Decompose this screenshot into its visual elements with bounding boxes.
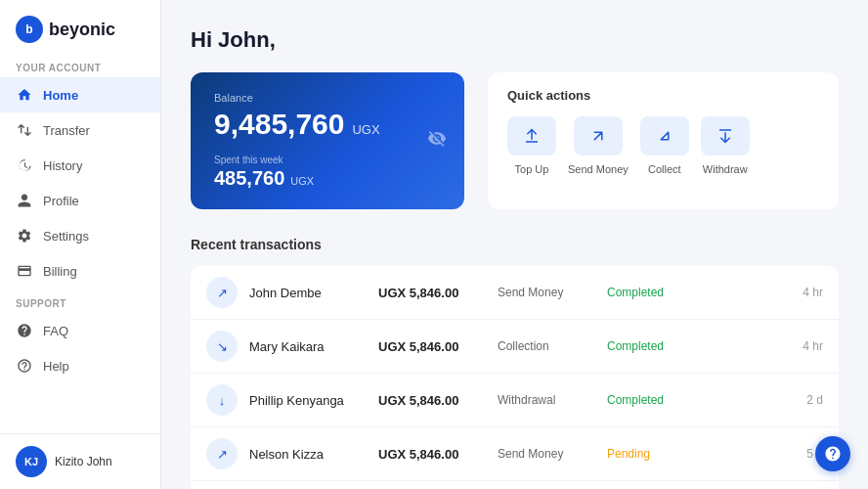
profile-icon (16, 192, 33, 209)
balance-card: Balance 9,485,760 UGX Spent this week 48… (191, 72, 464, 209)
tx-amount: UGX 5,846.00 (378, 447, 486, 462)
withdraw-label: Withdraw (703, 163, 748, 175)
floating-support-button[interactable] (815, 436, 850, 471)
sidebar-label-home: Home (43, 88, 78, 103)
tx-icon-send2: ↗ (206, 438, 238, 469)
tx-type: Collection (498, 339, 595, 353)
sidebar-item-profile[interactable]: Profile (0, 183, 160, 218)
balance-value: 9,485,760 (214, 108, 344, 141)
table-row: ↗ Alice Mukassa UGX 5,846.00 Send Money … (191, 481, 839, 489)
quick-actions-card: Quick actions Top Up Send Money (488, 72, 839, 209)
logo-area: b beyonic (0, 0, 160, 53)
eye-icon[interactable] (427, 129, 447, 154)
recent-transactions-title: Recent transactions (191, 237, 839, 252)
avatar-name: Kizito John (55, 455, 112, 468)
tx-amount: UGX 5,846.00 (378, 393, 486, 408)
tx-name: Mary Kaikara (249, 339, 367, 354)
tx-name: John Dembe (249, 286, 367, 300)
send-money-icon-btn[interactable] (574, 116, 623, 156)
sidebar-item-transfer[interactable]: Transfer (0, 112, 160, 148)
tx-amount: UGX 5,846.00 (378, 286, 486, 300)
sidebar-item-settings[interactable]: Settings (0, 218, 160, 253)
table-row: ↗ Nelson Kizza UGX 5,846.00 Send Money P… (191, 427, 839, 481)
transfer-icon (16, 121, 33, 139)
send-money-label: Send Money (568, 163, 629, 175)
sidebar-label-billing: Billing (43, 264, 77, 279)
top-up-label: Top Up (515, 163, 549, 175)
tx-time: 2 d (806, 393, 823, 407)
tx-name: Phillip Kenyanga (249, 393, 367, 408)
balance-currency: UGX (352, 122, 379, 137)
sidebar: b beyonic YOUR ACCOUNT Home Transfer His… (0, 0, 161, 489)
send-money-button[interactable]: Send Money (568, 116, 629, 175)
faq-icon (16, 322, 33, 339)
top-up-icon-btn[interactable] (507, 116, 556, 156)
sidebar-item-home[interactable]: Home (0, 77, 160, 112)
sidebar-item-billing[interactable]: Billing (0, 253, 160, 289)
spent-value: 485,760 (214, 167, 284, 190)
support-label: SUPPORT (0, 289, 160, 313)
settings-icon (16, 227, 33, 244)
top-section: Balance 9,485,760 UGX Spent this week 48… (191, 72, 839, 209)
table-row: ↓ Phillip Kenyanga UGX 5,846.00 Withdraw… (191, 374, 839, 427)
spent-label: Spent this week (214, 155, 441, 165)
top-up-button[interactable]: Top Up (507, 116, 556, 175)
avatar: KJ (16, 446, 47, 477)
sidebar-item-faq[interactable]: FAQ (0, 313, 160, 348)
tx-type: Withdrawal (498, 393, 595, 407)
tx-icon-withdraw: ↓ (206, 384, 238, 416)
sidebar-label-history: History (43, 158, 82, 173)
sidebar-label-transfer: Transfer (43, 123, 90, 138)
tx-name: Nelson Kizza (249, 447, 367, 462)
recent-transactions-section: Recent transactions ↗ John Dembe UGX 5,8… (191, 237, 839, 489)
table-row: ↗ John Dembe UGX 5,846.00 Send Money Com… (191, 266, 839, 320)
tx-icon-collect: ↘ (206, 331, 238, 362)
sidebar-label-profile: Profile (43, 194, 79, 208)
tx-amount: UGX 5,846.00 (378, 339, 486, 354)
your-account-label: YOUR ACCOUNT (0, 53, 160, 77)
collect-label: Collect (648, 163, 681, 175)
withdraw-icon-btn[interactable] (701, 116, 750, 156)
tx-status: Pending (607, 447, 695, 461)
sidebar-item-history[interactable]: History (0, 148, 160, 183)
quick-actions-title: Quick actions (507, 88, 819, 103)
transactions-table: ↗ John Dembe UGX 5,846.00 Send Money Com… (191, 266, 839, 489)
help-icon (16, 357, 33, 375)
balance-label: Balance (214, 92, 441, 104)
spent-amount-row: 485,760 UGX (214, 167, 441, 190)
greeting-text: Hi John, (191, 27, 839, 53)
tx-status: Completed (607, 339, 695, 353)
billing-icon (16, 262, 33, 280)
balance-amount-row: 9,485,760 UGX (214, 108, 441, 141)
home-icon (16, 86, 33, 104)
sidebar-label-faq: FAQ (43, 324, 68, 338)
tx-type: Send Money (498, 286, 595, 299)
main-content: Hi John, Balance 9,485,760 UGX Spent thi… (161, 0, 868, 489)
tx-status: Completed (607, 286, 695, 299)
logo-text: beyonic (49, 20, 115, 40)
tx-time: 4 hr (803, 286, 823, 299)
sidebar-item-help[interactable]: Help (0, 348, 160, 383)
logo-icon: b (16, 16, 43, 43)
quick-actions-buttons: Top Up Send Money Collect (507, 116, 819, 175)
tx-icon-send: ↗ (206, 277, 238, 308)
collect-icon-btn[interactable] (640, 116, 689, 156)
table-row: ↘ Mary Kaikara UGX 5,846.00 Collection C… (191, 320, 839, 374)
sidebar-label-help: Help (43, 359, 69, 374)
tx-time: 4 hr (803, 339, 823, 353)
sidebar-label-settings: Settings (43, 229, 89, 244)
collect-button[interactable]: Collect (640, 116, 689, 175)
main-nav: Home Transfer History Profile Settings (0, 77, 160, 289)
withdraw-button[interactable]: Withdraw (701, 116, 750, 175)
tx-type: Send Money (498, 447, 595, 461)
tx-status: Completed (607, 393, 695, 407)
spent-currency: UGX (290, 175, 314, 187)
user-profile-area[interactable]: KJ Kizito John (0, 433, 160, 489)
history-icon (16, 156, 33, 174)
